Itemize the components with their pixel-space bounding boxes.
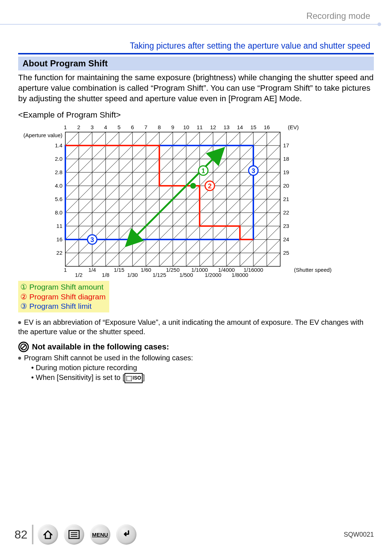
header-rule (0, 24, 380, 25)
svg-text:16: 16 (264, 124, 270, 130)
svg-text:19: 19 (283, 169, 289, 175)
title-rule (18, 53, 374, 54)
na-item-2-pre: When [Sensitivity] is set to [ (36, 373, 125, 381)
example-label: <Example of Program Shift> (18, 110, 374, 120)
svg-text:8.0: 8.0 (55, 209, 62, 216)
not-available-list: Program Shift cannot be used in the foll… (18, 353, 374, 383)
svg-text:3: 3 (91, 124, 94, 130)
auto-iso-icon: ⬚ISO (124, 373, 143, 383)
menu-button[interactable]: MENU (90, 524, 110, 545)
page-footer: 82 MENU SQW0021 (15, 524, 374, 545)
svg-text:11: 11 (197, 124, 203, 130)
back-button[interactable] (116, 524, 136, 545)
na-item-2-post: ] (143, 373, 145, 381)
svg-text:25: 25 (283, 250, 289, 256)
svg-text:13: 13 (224, 124, 230, 130)
page-title: Taking pictures after setting the apertu… (18, 41, 374, 51)
na-item-1: During motion picture recording (36, 364, 137, 372)
svg-text:(Aperture value): (Aperture value) (23, 132, 62, 138)
svg-text:10: 10 (183, 124, 189, 130)
svg-text:1: 1 (64, 267, 67, 273)
chart-legend: ① Program Shift amount ② Program Shift d… (18, 281, 109, 312)
svg-text:22: 22 (56, 250, 62, 256)
svg-text:1/8000: 1/8000 (232, 272, 248, 277)
program-shift-chart: 1 2 3 3 12345678910111213141516 (EV) (Ap… (18, 121, 374, 279)
svg-text:1/4: 1/4 (89, 267, 96, 273)
svg-text:1: 1 (64, 124, 67, 130)
svg-point-26 (190, 183, 196, 189)
svg-text:1/60: 1/60 (140, 267, 151, 273)
svg-text:1: 1 (201, 167, 205, 175)
back-icon (121, 529, 132, 540)
svg-text:4: 4 (104, 124, 107, 130)
svg-text:12: 12 (210, 124, 216, 130)
svg-text:4.0: 4.0 (55, 183, 62, 189)
svg-text:18: 18 (283, 156, 289, 162)
svg-text:1/30: 1/30 (127, 272, 138, 277)
svg-text:23: 23 (283, 223, 289, 229)
ev-note-text: EV is an abbreviation of “Exposure Value… (18, 318, 363, 336)
svg-text:21: 21 (283, 196, 289, 202)
svg-text:1.4: 1.4 (55, 142, 62, 148)
svg-text:5: 5 (118, 124, 121, 130)
svg-text:6: 6 (131, 124, 134, 130)
home-icon (42, 529, 53, 540)
svg-text:16: 16 (56, 236, 62, 242)
svg-text:7: 7 (144, 124, 147, 130)
svg-text:(EV): (EV) (288, 124, 299, 130)
mode-label: Recording mode (18, 11, 374, 21)
svg-text:2: 2 (208, 183, 212, 190)
svg-text:11: 11 (56, 223, 62, 229)
svg-text:22: 22 (283, 209, 289, 216)
svg-text:1/125: 1/125 (152, 272, 166, 277)
svg-text:2.8: 2.8 (55, 169, 62, 175)
not-available-heading-text: Not available in the following cases: (32, 342, 169, 352)
svg-line-89 (21, 345, 26, 349)
list-button[interactable] (64, 524, 84, 545)
svg-text:14: 14 (237, 124, 243, 130)
svg-text:2: 2 (77, 124, 80, 130)
menu-button-label: MENU (92, 532, 108, 538)
bullet-icon (18, 321, 21, 324)
home-button[interactable] (38, 524, 58, 545)
svg-text:1/2: 1/2 (75, 272, 83, 277)
prohibit-icon (18, 341, 29, 352)
svg-text:(Shutter speed): (Shutter speed) (294, 267, 331, 273)
svg-text:9: 9 (171, 124, 174, 130)
svg-text:3: 3 (252, 167, 255, 175)
list-icon (68, 530, 80, 539)
page-number: 82 (15, 528, 28, 541)
bullet-icon (18, 357, 21, 360)
na-intro-text: Program Shift cannot be used in the foll… (24, 354, 193, 362)
svg-text:15: 15 (250, 124, 257, 130)
svg-text:1/2000: 1/2000 (205, 272, 221, 277)
svg-text:24: 24 (283, 236, 289, 242)
svg-text:2.0: 2.0 (55, 156, 62, 162)
footer-divider (32, 525, 33, 544)
svg-text:5.6: 5.6 (55, 196, 62, 202)
legend-item-1: ① Program Shift amount (20, 282, 106, 292)
svg-text:1/8: 1/8 (102, 272, 110, 277)
svg-text:1/500: 1/500 (179, 272, 193, 277)
svg-text:1/15: 1/15 (114, 267, 124, 273)
svg-text:8: 8 (158, 124, 161, 130)
legend-item-3: ③ Program Shift limit (20, 302, 106, 311)
section-heading: About Program Shift (18, 57, 374, 70)
svg-text:17: 17 (283, 142, 289, 148)
legend-item-2: ② Program Shift diagram (20, 292, 106, 302)
svg-text:3: 3 (90, 236, 94, 243)
ev-note: EV is an abbreviation of “Exposure Value… (18, 318, 374, 336)
svg-text:1/250: 1/250 (166, 267, 180, 273)
body-text: The function for maintaining the same ex… (18, 73, 374, 104)
svg-text:20: 20 (283, 183, 289, 189)
not-available-heading: Not available in the following cases: (18, 341, 374, 352)
document-code: SQW0021 (344, 531, 374, 538)
